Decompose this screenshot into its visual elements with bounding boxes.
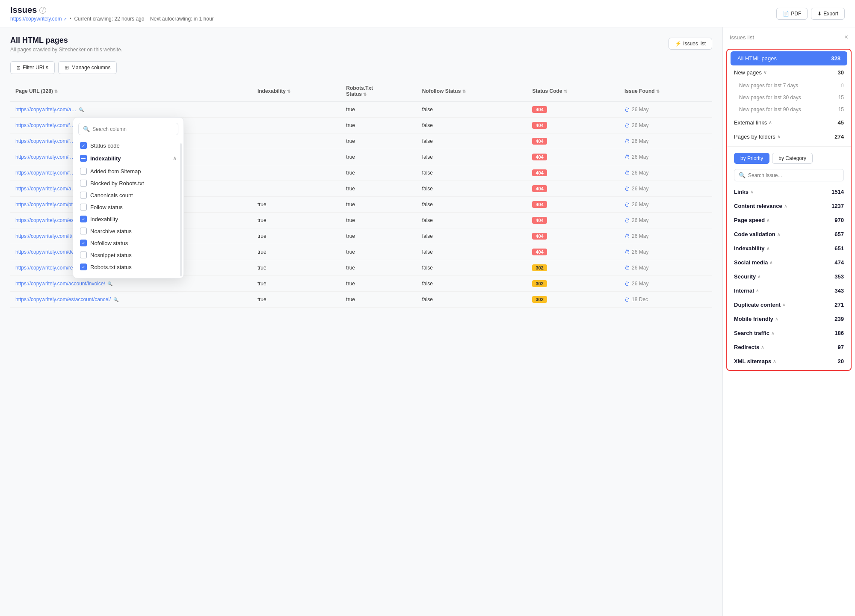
sidebar-pages-folders[interactable]: Pages by folders ∧ 274: [727, 130, 851, 144]
dropdown-status-code-item[interactable]: Status code: [73, 139, 183, 151]
indexability-group-label: Indexability: [90, 155, 121, 162]
main-layout: All HTML pages All pages crawled by Site…: [0, 27, 855, 616]
cell-issue-found: ⏱ 26 May: [619, 260, 712, 276]
sidebar-issue-social-media[interactable]: Social media ∧ 474: [727, 255, 851, 270]
dropdown-search-input[interactable]: [92, 126, 174, 132]
cell-url: https://copywritely.com/es/account/cance…: [10, 292, 252, 308]
export-button[interactable]: ⬇ Export: [811, 8, 845, 20]
nofollow-checkbox[interactable]: [80, 240, 87, 246]
search-issue-input[interactable]: [748, 172, 839, 178]
sidebar-issue-security[interactable]: Security ∧ 353: [727, 270, 851, 284]
cell-robots: true: [341, 276, 417, 292]
sidebar-new-pages-90[interactable]: New pages for last 90 days 15: [727, 104, 851, 116]
url-link[interactable]: https://copywritely.com/f…: [15, 170, 75, 176]
col-url[interactable]: Page URL (328) ⇅: [10, 81, 252, 102]
url-link[interactable]: https://copywritely.com/es/account/cance…: [15, 296, 111, 302]
date-value: 26 May: [632, 265, 648, 271]
url-link[interactable]: https://copywritely.com/f…: [15, 122, 75, 128]
noarchive-checkbox[interactable]: [80, 228, 87, 234]
nofollow-item[interactable]: Nofollow status: [73, 237, 183, 249]
follow-status-checkbox[interactable]: [80, 204, 87, 210]
close-icon[interactable]: ×: [844, 33, 848, 41]
issue-count: 474: [834, 259, 844, 266]
pdf-button[interactable]: 📄 PDF: [776, 8, 808, 20]
sidebar-new-pages[interactable]: New pages ∨ 30: [727, 65, 851, 80]
filter-tabs: by Priority by Category: [727, 149, 851, 167]
sidebar-issue-internal[interactable]: Internal ∧ 343: [727, 284, 851, 298]
sidebar-issue-page-speed[interactable]: Page speed ∧ 970: [727, 213, 851, 227]
sidebar-issue-links[interactable]: Links ∧ 1514: [727, 185, 851, 199]
cell-indexability: true: [252, 213, 341, 228]
col-nofollow[interactable]: Nofollow Status ⇅: [417, 81, 527, 102]
nosnippet-item[interactable]: Nosnippet status: [73, 249, 183, 261]
cell-indexability: [252, 102, 341, 118]
indexability-group-checkbox[interactable]: [80, 155, 87, 162]
blocked-robots-item[interactable]: Blocked by Robots.txt: [73, 177, 183, 189]
cell-url: https://copywritely.com/a… 🔍: [10, 102, 252, 118]
tab-by-priority[interactable]: by Priority: [734, 153, 769, 164]
blocked-robots-checkbox[interactable]: [80, 180, 87, 187]
search-issue-wrapper: 🔍: [734, 169, 844, 181]
search-url-icon[interactable]: 🔍: [113, 297, 118, 302]
issues-list-btn[interactable]: ⚡ Issues list: [669, 38, 712, 50]
robots-txt-checkbox[interactable]: [80, 264, 87, 270]
col-robots[interactable]: Robots.TxtStatus ⇅: [341, 81, 417, 102]
sidebar-issue-duplicate-content[interactable]: Duplicate content ∧ 271: [727, 298, 851, 312]
dropdown-scrollbar[interactable]: [180, 143, 182, 276]
collapse-icon[interactable]: ∧: [173, 155, 177, 161]
header-title-block: Issues i https://copywritely.com ↗ • Cur…: [10, 5, 214, 22]
sidebar-all-html[interactable]: All HTML pages 328: [731, 51, 847, 65]
sidebar-new-pages-7[interactable]: New pages for last 7 days 0: [727, 80, 851, 92]
sidebar-new-pages-30[interactable]: New pages for last 30 days 15: [727, 92, 851, 104]
nosnippet-checkbox[interactable]: [80, 252, 87, 258]
sidebar-issue-content-relevance[interactable]: Content relevance ∧ 1237: [727, 199, 851, 213]
added-sitemap-checkbox[interactable]: [80, 168, 87, 175]
indexability-label: Indexability: [90, 216, 118, 222]
sidebar-issue-search-traffic[interactable]: Search traffic ∧ 186: [727, 326, 851, 340]
cell-robots: true: [341, 197, 417, 213]
url-link[interactable]: https://copywritely.com/account/invoice/: [15, 281, 105, 287]
table-row: https://copywritely.com/a… 🔍 true false …: [10, 102, 712, 118]
sidebar-issue-redirects[interactable]: Redirects ∧ 97: [727, 340, 851, 354]
url-link[interactable]: https://copywritely.com/f…: [15, 154, 75, 160]
cell-robots: true: [341, 244, 417, 260]
added-from-sitemap-item[interactable]: Added from Sitemap: [73, 165, 183, 177]
sidebar-issue-mobile-friendly[interactable]: Mobile friendly ∧ 239: [727, 312, 851, 326]
sidebar-issue-indexability[interactable]: Indexability ∧ 651: [727, 241, 851, 255]
manage-columns-button[interactable]: ⊞ Manage columns: [58, 61, 117, 74]
filter-urls-button[interactable]: ⧖ Filter URLs: [10, 61, 55, 74]
sidebar-external-links[interactable]: External links ∧ 45: [727, 116, 851, 130]
issue-chevron: ∧: [771, 331, 774, 335]
site-url[interactable]: https://copywritely.com: [10, 16, 62, 22]
toolbar: ⧖ Filter URLs ⊞ Manage columns: [10, 61, 712, 74]
sidebar-issue-code-validation[interactable]: Code validation ∧ 657: [727, 227, 851, 241]
canonicals-count-item[interactable]: Canonicals count: [73, 189, 183, 201]
info-icon[interactable]: i: [39, 7, 46, 14]
tab-by-category[interactable]: by Category: [772, 153, 813, 164]
clock-icon: ⏱: [624, 217, 630, 224]
canonicals-checkbox[interactable]: [80, 192, 87, 198]
robots-txt-item[interactable]: Robots.txt status: [73, 261, 183, 273]
indexability-item[interactable]: Indexability: [73, 213, 183, 225]
indexability-checkbox[interactable]: [80, 216, 87, 222]
url-link[interactable]: https://copywritely.com/a…: [15, 107, 77, 113]
issue-count: 343: [834, 287, 844, 294]
cell-robots: true: [341, 149, 417, 165]
clock-icon: ⏱: [624, 233, 630, 240]
follow-status-item[interactable]: Follow status: [73, 201, 183, 213]
search-url-icon[interactable]: 🔍: [79, 107, 84, 112]
cell-indexability: true: [252, 228, 341, 244]
indexability-group-header[interactable]: Indexability ∧: [73, 151, 183, 165]
status-badge: 404: [532, 185, 547, 192]
sidebar-issue-xml-sitemaps[interactable]: XML sitemaps ∧ 20: [727, 354, 851, 368]
col-status-code[interactable]: Status Code ⇅: [527, 81, 619, 102]
status-code-checkbox[interactable]: [80, 142, 87, 149]
cell-indexability: [252, 181, 341, 197]
search-url-icon[interactable]: 🔍: [107, 281, 112, 286]
cell-issue-found: ⏱ 26 May: [619, 276, 712, 292]
cell-nofollow: false: [417, 133, 527, 149]
col-indexability[interactable]: Indexability ⇅: [252, 81, 341, 102]
noarchive-item[interactable]: Noarchive status: [73, 225, 183, 237]
cell-status-code: 404: [527, 149, 619, 165]
col-issue-found[interactable]: Issue Found ⇅: [619, 81, 712, 102]
